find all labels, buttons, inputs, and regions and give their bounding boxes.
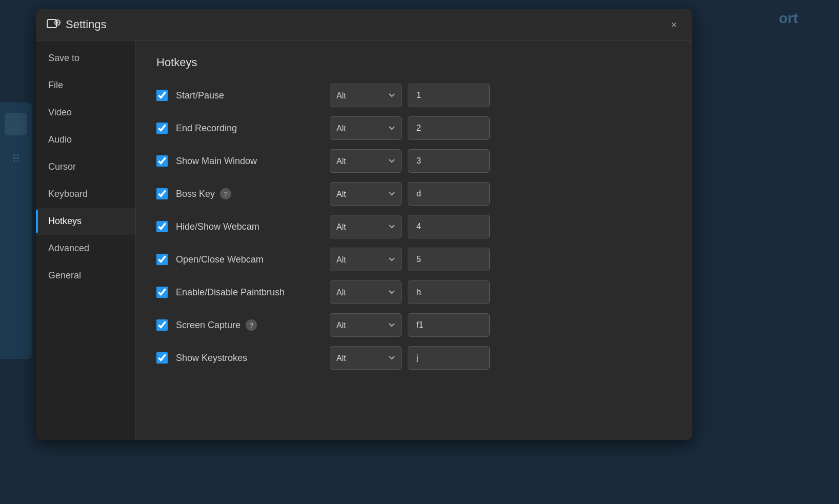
hotkey-label-text-enable-disable-paintbrush: Enable/Disable Paintbrush [176,287,285,298]
modifier-select-show-main-window[interactable]: AltCtrlShiftWin [330,149,402,173]
sidebar-item-advanced[interactable]: Advanced [36,235,135,262]
hotkeys-container: Start/PauseAltCtrlShiftWinEnd RecordingA… [156,84,672,370]
key-input-start-pause[interactable] [408,84,490,107]
hotkey-checkbox-open-close-webcam[interactable] [156,254,168,265]
hotkey-label-show-keystrokes: Show Keystrokes [176,353,330,364]
sidebar-item-audio[interactable]: Audio [36,126,135,153]
key-input-end-recording[interactable] [408,116,490,140]
hotkey-label-text-show-keystrokes: Show Keystrokes [176,353,247,364]
bg-square-1 [5,113,27,135]
hotkey-label-boss-key: Boss Key? [176,188,330,199]
hotkey-checkbox-show-keystrokes[interactable] [156,352,168,364]
dialog-title: Settings [66,18,107,31]
sidebar-item-general[interactable]: General [36,262,135,289]
close-button[interactable]: × [666,16,682,33]
key-input-boss-key[interactable] [408,182,490,206]
modifier-select-open-close-webcam[interactable]: AltCtrlShiftWin [330,248,402,271]
modifier-select-enable-disable-paintbrush[interactable]: AltCtrlShiftWin [330,280,402,304]
hotkey-label-text-start-pause: Start/Pause [176,90,224,101]
sidebar-item-cursor[interactable]: Cursor [36,153,135,180]
hotkey-row-boss-key: Boss Key?AltCtrlShiftWin [156,182,672,206]
hotkey-row-show-keystrokes: Show KeystrokesAltCtrlShiftWin [156,346,672,370]
hotkey-label-end-recording: End Recording [176,123,330,134]
hotkey-label-text-show-main-window: Show Main Window [176,156,257,167]
hotkey-checkbox-hide-show-webcam[interactable] [156,221,168,232]
hotkey-label-show-main-window: Show Main Window [176,156,330,167]
sidebar-item-hotkeys[interactable]: Hotkeys [36,208,135,235]
hotkey-checkbox-screen-capture[interactable] [156,319,168,331]
help-icon-screen-capture[interactable]: ? [246,319,257,331]
hotkey-checkbox-start-pause[interactable] [156,90,168,101]
key-input-show-keystrokes[interactable] [408,346,490,370]
hotkey-label-text-hide-show-webcam: Hide/Show Webcam [176,221,259,232]
main-content: Hotkeys Start/PauseAltCtrlShiftWinEnd Re… [136,41,692,440]
hotkey-row-enable-disable-paintbrush: Enable/Disable PaintbrushAltCtrlShiftWin [156,280,672,304]
hotkey-checkbox-enable-disable-paintbrush[interactable] [156,287,168,298]
hotkey-label-start-pause: Start/Pause [176,90,330,101]
svg-point-2 [56,22,58,24]
hotkey-row-screen-capture: Screen Capture?AltCtrlShiftWin [156,313,672,337]
hotkey-label-screen-capture: Screen Capture? [176,319,330,331]
hotkey-label-enable-disable-paintbrush: Enable/Disable Paintbrush [176,287,330,298]
modifier-select-end-recording[interactable]: AltCtrlShiftWin [330,116,402,140]
key-input-hide-show-webcam[interactable] [408,215,490,238]
hotkey-label-text-boss-key: Boss Key [176,189,215,199]
background-text: ort [779,10,798,27]
hotkey-label-open-close-webcam: Open/Close Webcam [176,254,330,265]
hotkey-checkbox-show-main-window[interactable] [156,155,168,167]
dialog-overlay: ⠿ ort Settings × Save toFileVideoAudioCu… [0,0,839,504]
modifier-select-boss-key[interactable]: AltCtrlShiftWin [330,182,402,206]
sidebar-item-video[interactable]: Video [36,99,135,126]
dialog-body: Save toFileVideoAudioCursorKeyboardHotke… [36,41,692,440]
section-title: Hotkeys [156,56,672,69]
app-icon [46,17,61,32]
hotkey-row-hide-show-webcam: Hide/Show WebcamAltCtrlShiftWin [156,215,672,238]
hotkey-row-end-recording: End RecordingAltCtrlShiftWin [156,116,672,140]
sidebar-item-file[interactable]: File [36,72,135,99]
sidebar: Save toFileVideoAudioCursorKeyboardHotke… [36,41,136,440]
title-bar-left: Settings [46,17,107,32]
key-input-screen-capture[interactable] [408,313,490,337]
sidebar-item-save-to[interactable]: Save to [36,45,135,72]
bg-dots: ⠿ [12,153,20,166]
hotkey-row-show-main-window: Show Main WindowAltCtrlShiftWin [156,149,672,173]
modifier-select-start-pause[interactable]: AltCtrlShiftWin [330,84,402,107]
modifier-select-screen-capture[interactable]: AltCtrlShiftWin [330,313,402,337]
sidebar-item-keyboard[interactable]: Keyboard [36,180,135,208]
key-input-show-main-window[interactable] [408,149,490,173]
modifier-select-show-keystrokes[interactable]: AltCtrlShiftWin [330,346,402,370]
key-input-open-close-webcam[interactable] [408,248,490,271]
hotkey-label-text-screen-capture: Screen Capture [176,320,241,331]
background-left-bar: ⠿ [0,103,32,359]
hotkey-checkbox-boss-key[interactable] [156,188,168,199]
hotkey-label-text-end-recording: End Recording [176,123,237,134]
key-input-enable-disable-paintbrush[interactable] [408,280,490,304]
help-icon-boss-key[interactable]: ? [220,188,231,199]
modifier-select-hide-show-webcam[interactable]: AltCtrlShiftWin [330,215,402,238]
title-bar: Settings × [36,9,692,41]
hotkey-label-hide-show-webcam: Hide/Show Webcam [176,221,330,232]
hotkey-row-start-pause: Start/PauseAltCtrlShiftWin [156,84,672,107]
settings-dialog: Settings × Save toFileVideoAudioCursorKe… [36,9,692,440]
hotkey-checkbox-end-recording[interactable] [156,123,168,134]
hotkey-row-open-close-webcam: Open/Close WebcamAltCtrlShiftWin [156,248,672,271]
hotkey-label-text-open-close-webcam: Open/Close Webcam [176,254,264,265]
